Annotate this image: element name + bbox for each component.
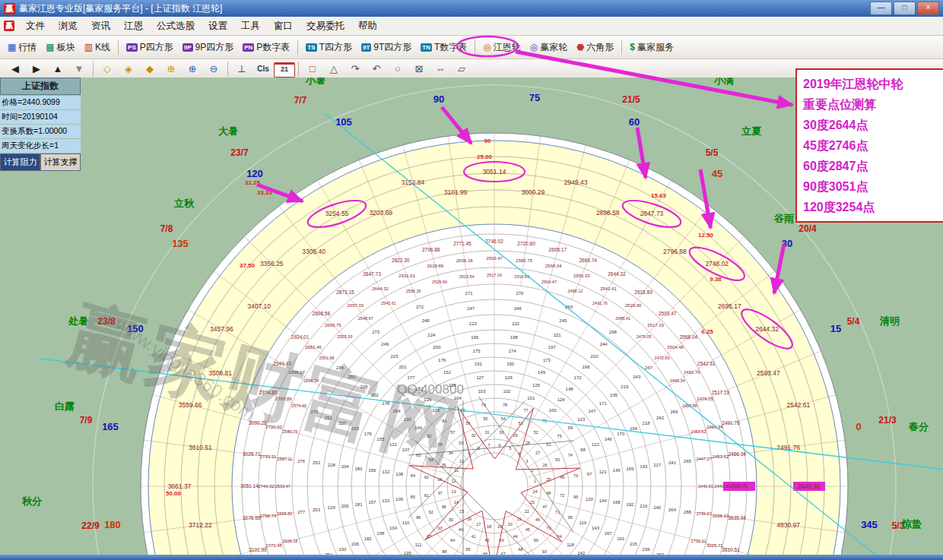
tool-move-tool[interactable]: ⇔ <box>430 61 451 78</box>
menu-item-9[interactable]: 帮助 <box>351 18 384 34</box>
svg-text:4830.97: 4830.97 <box>776 521 800 529</box>
toolbar-button-kline[interactable]: ▥K线 <box>80 38 115 57</box>
svg-text:2949.43: 2949.43 <box>564 179 588 186</box>
svg-text:239: 239 <box>643 547 651 552</box>
tool-rotate-ccw[interactable]: ↶ <box>366 61 387 78</box>
svg-text:119: 119 <box>579 520 587 525</box>
tool-circle-tool[interactable]: ○ <box>387 61 408 78</box>
tool-down[interactable]: ▼ <box>68 61 90 78</box>
maximize-button[interactable]: □ <box>894 2 916 15</box>
toolbar-button-9p-square[interactable]: 9P9P四方形 <box>178 38 238 57</box>
menu-item-8[interactable]: 交易委托 <box>300 18 351 34</box>
toolbar-separator <box>475 40 475 55</box>
svg-text:23/7: 23/7 <box>230 147 249 158</box>
svg-text:2440.91: 2440.91 <box>714 484 731 489</box>
tool-up[interactable]: ▲ <box>47 61 68 78</box>
tool-triangle-tool[interactable]: △ <box>323 61 344 78</box>
svg-text:2555.33: 2555.33 <box>573 274 590 278</box>
p-square-label: P四方形 <box>140 41 173 54</box>
minimize-button[interactable]: — <box>870 2 892 15</box>
menu-item-7[interactable]: 窗口 <box>267 18 300 34</box>
toolbar-button-p-square[interactable]: PSP四方形 <box>122 38 178 57</box>
t-square-label: T四方形 <box>319 41 352 54</box>
svg-text:2440.91: 2440.91 <box>798 482 821 490</box>
menu-item-6[interactable]: 工具 <box>234 18 267 34</box>
svg-text:150: 150 <box>506 362 515 366</box>
svg-text:61: 61 <box>424 493 429 498</box>
tool-diamond-empty[interactable]: ◇ <box>97 61 118 78</box>
gann-wheel-label: 江恩轮 <box>494 41 521 54</box>
svg-text:2618.89: 2618.89 <box>427 264 444 268</box>
svg-text:158: 158 <box>376 531 385 536</box>
price-row: 价格=2440.9099 <box>0 96 81 109</box>
t-number-table-label: T数字表 <box>434 41 467 54</box>
toolbar-separator <box>93 62 94 77</box>
close-button[interactable]: × <box>917 2 939 15</box>
svg-text:156: 156 <box>368 468 376 473</box>
menubar: 赢 文件浏览资讯江恩公式选股设置工具窗口交易委托帮助 <box>0 17 943 36</box>
calc-support-button[interactable]: 计算支撑 <box>40 153 81 171</box>
menu-item-4[interactable]: 公式选股 <box>150 18 202 34</box>
tool-cls[interactable]: Cls <box>252 61 274 78</box>
winner-wheel-icon: ◎ <box>530 42 538 52</box>
svg-text:63: 63 <box>438 526 443 530</box>
tool-diamond-filled[interactable]: ◆ <box>139 61 160 78</box>
toolbar-button-p-number-table[interactable]: PNP数字表 <box>238 38 294 57</box>
svg-text:3152.84: 3152.84 <box>401 179 424 186</box>
menu-item-2[interactable]: 资讯 <box>84 18 117 34</box>
window-title: 赢家江恩专业版[赢家服务平台] - [上证指数 江恩轮] <box>19 2 222 15</box>
quotes-label: 行情 <box>18 41 37 54</box>
main-toolbar: ▦行情▩板块▥K线PSP四方形9P9P四方形PNP数字表TST四方形9T9T四方… <box>0 36 943 59</box>
svg-text:2796.88: 2796.88 <box>663 248 687 255</box>
svg-text:31: 31 <box>485 430 490 435</box>
toolbar-button-hexagon[interactable]: 六角形 <box>572 38 618 57</box>
toolbar-button-t-square[interactable]: TST四方形 <box>301 38 357 57</box>
svg-text:220: 220 <box>590 354 599 359</box>
menu-logo-icon: 赢 <box>4 21 14 31</box>
tool-forward[interactable]: ▶ <box>26 61 47 78</box>
tool-diamond-half[interactable]: ◈ <box>118 61 139 78</box>
tool-axis[interactable]: ⊥ <box>231 61 252 78</box>
svg-text:3025.71: 3025.71 <box>243 451 261 457</box>
gann-wheel-icon: ◎ <box>483 42 491 52</box>
tool-diamond-add[interactable]: ⊕ <box>160 61 182 78</box>
svg-text:215: 215 <box>630 542 638 546</box>
tool-zoom-in[interactable]: ⊕ <box>182 61 203 78</box>
svg-text:84: 84 <box>411 473 415 478</box>
svg-text:165: 165 <box>102 421 119 432</box>
toolbar-separator <box>118 40 119 55</box>
tool-boxed-x-tool[interactable]: ⊠ <box>408 61 430 78</box>
tool-rotate-cw[interactable]: ↷ <box>344 61 366 78</box>
tool-back[interactable]: ◀ <box>5 61 26 78</box>
menu-item-0[interactable]: 文件 <box>19 18 52 34</box>
svg-text:3101.99: 3101.99 <box>444 188 468 196</box>
svg-text:194: 194 <box>630 426 638 431</box>
menu-item-5[interactable]: 设置 <box>202 18 234 34</box>
toolbar-button-9t-square[interactable]: 9T9T四方形 <box>357 38 416 57</box>
toolbar-button-sectors[interactable]: ▩板块 <box>41 38 79 57</box>
toolbar-button-t-number-table[interactable]: TNT数字表 <box>416 38 472 57</box>
svg-text:171: 171 <box>599 401 608 406</box>
calc-resistance-button[interactable]: 计算阻力 <box>0 153 40 171</box>
svg-text:122: 122 <box>592 442 600 447</box>
svg-text:146: 146 <box>605 437 613 441</box>
toolbar-button-gann-wheel[interactable]: ◎江恩轮 <box>478 38 525 57</box>
svg-text:86: 86 <box>416 515 421 520</box>
toolbar-button-winner-wheel[interactable]: ◎赢家轮 <box>525 38 572 57</box>
tool-calendar-icon[interactable]: 21 <box>274 62 295 78</box>
tool-lasso-tool[interactable]: ▱ <box>451 61 472 78</box>
svg-text:94: 94 <box>557 534 562 539</box>
tool-rect-tool[interactable]: □ <box>302 61 323 78</box>
app-logo-icon: 赢 <box>4 3 15 14</box>
svg-text:2644.32: 2644.32 <box>608 271 626 277</box>
toolbar-button-quotes[interactable]: ▦行情 <box>3 38 41 57</box>
svg-text:38: 38 <box>441 505 446 509</box>
svg-text:242: 242 <box>656 416 665 420</box>
menu-item-1[interactable]: 浏览 <box>52 18 84 34</box>
tool-zoom-out[interactable]: ⊖ <box>203 61 224 78</box>
svg-text:2593.47: 2593.47 <box>757 369 780 377</box>
svg-text:3025.71: 3025.71 <box>706 543 723 548</box>
toolbar-button-winner-service[interactable]: $赢家服务 <box>625 38 678 57</box>
menu-item-3[interactable]: 江恩 <box>117 18 150 34</box>
svg-text:64: 64 <box>450 538 455 543</box>
